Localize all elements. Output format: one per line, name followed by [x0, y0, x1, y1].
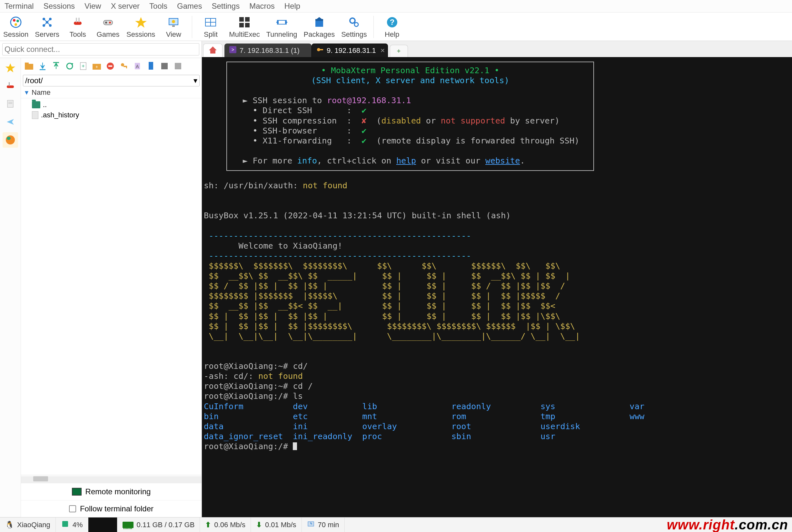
ssh-target: root@192.168.31.1 — [327, 95, 411, 105]
svg-rect-41 — [7, 100, 13, 107]
menu-xserver[interactable]: X server — [110, 1, 141, 11]
toolbar-session[interactable]: Session — [1, 15, 30, 39]
sftp-upload-button[interactable] — [49, 59, 63, 73]
status-cpu: 4% — [56, 517, 88, 532]
help-icon: ? — [385, 15, 399, 29]
item-label: .. — [43, 100, 47, 109]
follow-terminal-checkbox[interactable]: Follow terminal folder — [21, 500, 202, 517]
txt: , ctrl+click on — [317, 156, 396, 166]
file-icon — [32, 111, 38, 119]
cpu-icon — [61, 520, 69, 530]
multi-icon — [237, 15, 251, 29]
toolbar-help[interactable]: ? Help — [378, 15, 406, 39]
svg-text:+: + — [95, 64, 98, 69]
svg-point-1 — [13, 19, 16, 22]
quick-connect-input[interactable] — [2, 43, 199, 55]
svg-marker-49 — [41, 62, 44, 68]
sftp-permissions-button[interactable] — [117, 59, 131, 73]
list-item[interactable]: .. — [22, 100, 200, 110]
svg-rect-68 — [175, 63, 181, 69]
vtab-send[interactable] — [3, 114, 18, 130]
tab-session-9[interactable]: 9. 192.168.31.1 ✕ — [312, 43, 388, 57]
sftp-download-button[interactable] — [36, 59, 49, 73]
status-bar: 🐧 XiaoQiang 4% 0.11 GB / 0.17 GB ⬆ 0.06 … — [0, 517, 792, 532]
vtab-sessions[interactable] — [3, 60, 18, 75]
sftp-refresh-button[interactable] — [63, 59, 76, 73]
help-link[interactable]: help — [396, 156, 416, 166]
toolbar-packages[interactable]: Packages — [302, 15, 337, 39]
menu-view[interactable]: View — [83, 1, 102, 11]
toolbar-multiexec[interactable]: MultiExec — [227, 15, 262, 39]
txt: . — [520, 156, 525, 166]
sftp-toolbar: + + A — [21, 58, 202, 74]
toolbar-split[interactable]: Split — [197, 15, 224, 39]
bullet-browser: SSH-browser : — [263, 126, 361, 135]
svg-rect-20 — [172, 25, 175, 27]
sftp-column-header[interactable]: ▾ Name — [21, 87, 202, 98]
chevron-down-icon: ▾ — [193, 76, 197, 85]
vtab-macros[interactable] — [3, 96, 18, 112]
busybox-line: BusyBox v1.25.1 (2022-04-11 13:21:54 UTC… — [204, 211, 511, 220]
svg-rect-27 — [245, 23, 250, 27]
tunnel-icon — [275, 15, 289, 29]
status-host: 🐧 XiaoQiang — [0, 517, 56, 532]
svg-rect-14 — [103, 20, 113, 25]
wm-b: .com.cn — [735, 517, 788, 532]
ascii-art-7: \__| \__|\__| \__|\________| \________|\… — [204, 331, 580, 341]
terminal-output[interactable]: • MobaXterm Personal Edition v22.1 • (SS… — [202, 57, 792, 517]
terminal-cursor — [293, 442, 297, 450]
ls-output: CuInform dev lib readonly sys var bin et… — [204, 401, 659, 441]
menu-macros[interactable]: Macros — [248, 1, 276, 11]
toolbar-sessions[interactable]: Sessions — [125, 15, 157, 39]
sftp-delete-button[interactable] — [103, 59, 117, 73]
ascii-art-5: $$ | $$ |$$ | $$ |$$ | $$ | $$ | $$ | $$… — [204, 311, 560, 321]
cross-icon: ✘ — [361, 116, 366, 126]
toolbar-games[interactable]: Games — [94, 15, 122, 39]
sftp-terminal-button[interactable] — [171, 59, 185, 73]
svg-rect-32 — [315, 19, 323, 21]
toolbar-packages-label: Packages — [304, 30, 335, 39]
star-icon — [134, 15, 148, 29]
home-tab[interactable] — [203, 43, 223, 57]
svg-point-2 — [16, 20, 19, 22]
status-mem: 0.11 GB / 0.17 GB — [117, 517, 200, 532]
toolbar-tunneling[interactable]: Tunneling — [264, 15, 299, 39]
txt: by server) — [505, 116, 560, 126]
tab-session-7[interactable]: > 7. 192.168.31.1 (1) — [224, 43, 312, 57]
clock-icon — [307, 520, 315, 530]
list-item[interactable]: .ash_history — [22, 110, 200, 120]
svg-rect-26 — [239, 23, 244, 27]
vtab-tools[interactable] — [3, 78, 18, 94]
ascii-art-3: $$$$$$$$ |$$$$$$$ |$$$$$\ $$ | $$ | $$ |… — [204, 291, 560, 301]
tab-close-button[interactable]: ✕ — [380, 47, 385, 54]
toolbar-settings[interactable]: Settings — [339, 15, 369, 39]
toolbar-view[interactable]: View — [159, 15, 187, 39]
sftp-newdir-button[interactable]: + — [90, 59, 103, 73]
remote-monitoring-button[interactable]: Remote monitoring — [21, 483, 202, 500]
menu-sessions[interactable]: Sessions — [42, 1, 76, 11]
menu-tools[interactable]: Tools — [148, 1, 169, 11]
sftp-new-folder-button[interactable] — [22, 59, 36, 73]
toolbar-servers[interactable]: Servers — [33, 15, 61, 39]
sftp-rename-button[interactable]: A — [131, 59, 144, 73]
sftp-hscrollbar[interactable] — [21, 476, 202, 483]
menu-terminal[interactable]: Terminal — [3, 1, 35, 11]
sftp-view-button[interactable] — [158, 59, 171, 73]
menu-settings[interactable]: Settings — [210, 1, 241, 11]
toolbar-tools[interactable]: Tools — [64, 15, 92, 39]
menu-games[interactable]: Games — [176, 1, 203, 11]
swiss-knife-icon — [71, 15, 85, 29]
menu-help[interactable]: Help — [283, 1, 302, 11]
banner-title: MobaXterm Personal Edition v22.1 — [331, 65, 489, 75]
vtab-sftp[interactable] — [3, 132, 18, 148]
txt: or visit our — [416, 156, 485, 166]
website-link[interactable]: website — [485, 156, 520, 166]
new-tab-button[interactable]: ✚ — [390, 45, 408, 57]
banner-bullet: • — [321, 65, 331, 75]
sftp-path-combo[interactable]: /root/ ▾ — [23, 75, 200, 87]
svg-text:A: A — [136, 64, 139, 69]
sftp-newfile-button[interactable]: + — [76, 59, 90, 73]
x11-extra: (remote display is forwarded through SSH… — [367, 136, 580, 146]
sftp-bookmark-button[interactable] — [144, 59, 158, 73]
status-down-text: 0.01 Mb/s — [265, 521, 296, 529]
